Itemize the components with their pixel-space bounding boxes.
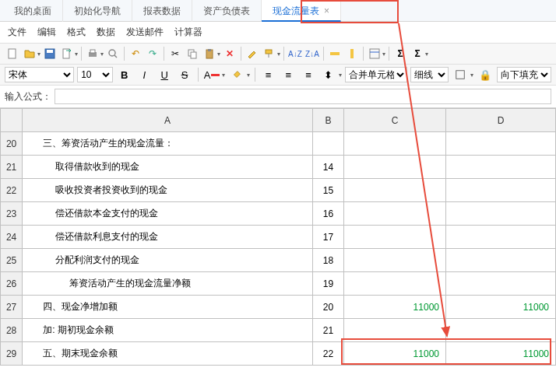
cell-d[interactable] <box>445 226 555 249</box>
cell-b[interactable]: 15 <box>312 179 343 202</box>
cell-a[interactable]: 偿还借款利息支付的现金 <box>23 226 313 249</box>
fill-color-dropdown-icon[interactable]: ▾ <box>247 72 250 79</box>
cell-d[interactable] <box>445 272 555 296</box>
align-right-button[interactable]: ≡ <box>300 67 317 82</box>
align-vert-dropdown-icon[interactable]: ▾ <box>339 72 342 79</box>
col-header-b[interactable]: B <box>312 109 343 132</box>
freeze-icon[interactable] <box>367 46 382 61</box>
open-icon[interactable] <box>22 46 37 61</box>
cell-a[interactable]: 取得借款收到的现金 <box>23 156 313 179</box>
cell-a[interactable]: 加: 期初现金余额 <box>23 319 313 342</box>
copy-icon[interactable] <box>185 46 200 61</box>
cell-c[interactable] <box>344 202 446 226</box>
menu-data[interactable]: 数据 <box>97 26 115 39</box>
cell-a[interactable]: 吸收投资者投资收到的现金 <box>23 179 313 202</box>
open-dropdown-icon[interactable]: ▾ <box>37 51 40 58</box>
new-icon[interactable] <box>5 46 20 61</box>
row-header[interactable]: 22 <box>1 179 23 202</box>
delete-icon[interactable]: ✕ <box>222 46 238 61</box>
cell-c[interactable] <box>344 179 446 202</box>
row-header[interactable]: 20 <box>1 132 23 156</box>
undo-icon[interactable]: ↶ <box>128 46 143 61</box>
cell-a[interactable]: 筹资活动产生的现金流量净额 <box>23 272 313 296</box>
cell-c[interactable] <box>344 132 446 156</box>
fill-down-select[interactable]: 向下填充 <box>497 67 551 82</box>
paste-dropdown-icon[interactable]: ▾ <box>217 51 220 58</box>
menu-send-mail[interactable]: 发送邮件 <box>126 26 164 39</box>
sort-asc-icon[interactable]: A↓Z <box>287 46 303 61</box>
cell-c[interactable]: 11000 <box>344 296 446 319</box>
tab-初始化导航[interactable]: 初始化导航 <box>63 0 132 22</box>
cell-d[interactable] <box>445 179 555 202</box>
print-icon[interactable] <box>85 46 100 61</box>
font-size-select[interactable]: 10 <box>77 67 113 82</box>
format-paint-icon[interactable] <box>262 46 277 61</box>
corner-cell[interactable] <box>1 109 23 132</box>
close-icon[interactable]: × <box>324 5 329 16</box>
font-family-select[interactable]: 宋体 <box>5 67 74 82</box>
cell-b[interactable]: 20 <box>312 296 343 319</box>
col-header-c[interactable]: C <box>344 109 446 132</box>
merge-select[interactable]: 合并单元格 <box>345 67 407 82</box>
row-header[interactable]: 25 <box>1 249 23 272</box>
save-icon[interactable] <box>42 46 58 61</box>
strikethrough-button[interactable]: S <box>176 67 193 82</box>
cut-icon[interactable]: ✂ <box>167 46 183 61</box>
cell-b[interactable]: 14 <box>312 156 343 179</box>
insert-row-icon[interactable] <box>327 46 343 61</box>
cell-b[interactable]: 22 <box>312 342 343 366</box>
cell-a[interactable]: 偿还借款本金支付的现金 <box>23 202 313 226</box>
row-header[interactable]: 28 <box>1 319 23 342</box>
cell-b[interactable]: 17 <box>312 226 343 249</box>
row-header[interactable]: 27 <box>1 296 23 319</box>
cell-d[interactable] <box>445 156 555 179</box>
border-dropdown-icon[interactable]: ▾ <box>470 72 473 79</box>
cell-d[interactable] <box>445 319 555 342</box>
align-center-button[interactable]: ≡ <box>280 67 297 82</box>
tab-现金流量表[interactable]: 现金流量表× <box>262 0 341 22</box>
font-color-dropdown-icon[interactable]: ▾ <box>222 72 225 79</box>
tab-资产负债表[interactable]: 资产负债表 <box>192 0 262 22</box>
cell-b[interactable]: 19 <box>312 272 343 296</box>
align-left-button[interactable]: ≡ <box>260 67 277 82</box>
cell-c[interactable] <box>344 249 446 272</box>
preview-icon[interactable] <box>105 46 121 61</box>
sum2-icon[interactable]: Σ <box>410 46 425 61</box>
menu-edit[interactable]: 编辑 <box>37 26 56 39</box>
bold-button[interactable]: B <box>116 67 133 82</box>
sum-dropdown-icon[interactable]: ▾ <box>425 51 428 58</box>
font-color-button[interactable]: A <box>203 67 220 82</box>
col-header-a[interactable]: A <box>23 109 313 132</box>
cell-d[interactable]: 11000 <box>445 342 555 366</box>
tab-报表数据[interactable]: 报表数据 <box>132 0 192 22</box>
border-button[interactable] <box>452 67 469 82</box>
cell-d[interactable] <box>445 202 555 226</box>
cell-b[interactable]: 18 <box>312 249 343 272</box>
tab-我的桌面[interactable]: 我的桌面 <box>3 0 63 22</box>
cell-d[interactable] <box>445 249 555 272</box>
export-icon[interactable] <box>59 46 75 61</box>
align-vert-button[interactable]: ⬍ <box>320 67 337 82</box>
export-dropdown-icon[interactable]: ▾ <box>75 51 78 58</box>
row-header[interactable]: 26 <box>1 272 23 296</box>
italic-button[interactable]: I <box>135 67 153 82</box>
row-header[interactable]: 23 <box>1 202 23 226</box>
cell-a[interactable]: 三、筹资活动产生的现金流量： <box>23 132 313 156</box>
cell-a[interactable]: 四、现金净增加额 <box>23 296 313 319</box>
cell-a[interactable]: 分配利润支付的现金 <box>23 249 313 272</box>
row-header[interactable]: 21 <box>1 156 23 179</box>
cell-c[interactable] <box>344 156 446 179</box>
brush-icon[interactable] <box>245 46 260 61</box>
fill-color-button[interactable] <box>228 67 245 82</box>
cell-b[interactable] <box>312 132 343 156</box>
cell-c[interactable]: 11000 <box>344 342 446 366</box>
paste-icon[interactable] <box>202 46 217 61</box>
lock-button[interactable]: 🔒 <box>477 67 494 82</box>
col-header-d[interactable]: D <box>445 109 555 132</box>
cell-c[interactable] <box>344 226 446 249</box>
cell-c[interactable] <box>344 319 446 342</box>
insert-col-icon[interactable] <box>344 46 360 61</box>
freeze-dropdown-icon[interactable]: ▾ <box>382 51 385 58</box>
formula-input[interactable] <box>55 89 551 104</box>
sort-desc-icon[interactable]: Z↓A <box>304 46 320 61</box>
